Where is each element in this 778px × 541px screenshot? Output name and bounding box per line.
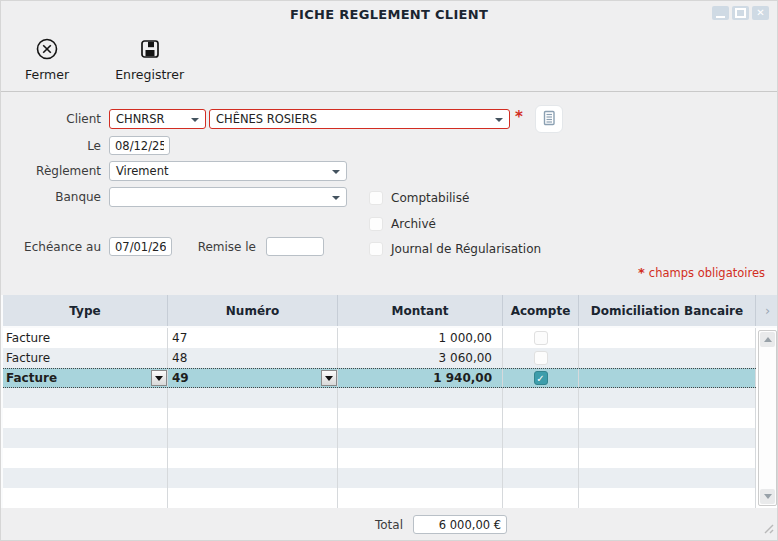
cell-numero: 47 (168, 328, 338, 348)
cell-numero: 49 (168, 369, 338, 387)
required-asterisk: * (515, 108, 523, 126)
check-icon: ✓ (536, 373, 544, 384)
journal-regularisation-label: Journal de Régularisation (391, 242, 541, 257)
client-name-combobox[interactable]: CHÊNES ROSIERS (209, 109, 510, 129)
total-bar: Total (1, 513, 777, 539)
cell-domiciliation (579, 328, 756, 348)
close-icon: ✕ (756, 8, 764, 18)
enregistrer-button[interactable]: Enregistrer (105, 33, 194, 86)
chevron-down-icon (191, 118, 199, 122)
client-code-combobox[interactable]: CHNRSR (109, 109, 206, 129)
remise-label: Remise le (161, 237, 256, 257)
numero-dropdown-button[interactable] (321, 370, 337, 386)
total-input[interactable] (413, 515, 507, 534)
archive-checkbox[interactable] (369, 217, 383, 231)
cell-montant: 1 940,00 (338, 369, 503, 387)
cell-type: Facture (3, 328, 168, 348)
column-header-domiciliation: Domiciliation Bancaire (579, 295, 756, 326)
reglement-label: Règlement (1, 161, 101, 181)
cell-domiciliation (579, 369, 756, 387)
column-header-numero: Numéro (168, 295, 338, 326)
required-fields-note: *champs obligatoires (638, 265, 765, 280)
window-title: FICHE REGLEMENT CLIENT (1, 1, 777, 28)
close-button[interactable]: ✕ (752, 6, 769, 20)
cell-type: Facture (3, 348, 168, 368)
comptabilise-label: Comptabilisé (391, 191, 469, 206)
maximize-icon (735, 8, 746, 18)
maximize-button[interactable] (732, 6, 749, 20)
cell-acompte (503, 328, 579, 348)
fermer-button[interactable]: Fermer (15, 33, 79, 86)
invoices-table: Type Numéro Montant Acompte Domiciliatio… (1, 295, 778, 508)
client-name-value: CHÊNES ROSIERS (216, 112, 317, 126)
chevron-right-icon[interactable]: › (756, 295, 778, 326)
fiche-reglement-client-window: FICHE REGLEMENT CLIENT ✕ Fermer (0, 0, 778, 541)
chevron-down-icon (155, 376, 163, 381)
column-header-acompte: Acompte (503, 295, 579, 326)
acompte-checkbox[interactable] (534, 331, 548, 345)
window-controls: ✕ (712, 6, 769, 20)
banque-combobox[interactable] (109, 187, 347, 207)
minimize-button[interactable] (712, 6, 729, 20)
cell-montant: 1 000,00 (338, 328, 503, 348)
banque-label: Banque (1, 187, 101, 207)
total-label: Total (331, 513, 403, 537)
cell-domiciliation (579, 348, 756, 368)
cell-type: Facture (3, 369, 168, 387)
date-label: Le (1, 136, 101, 156)
reglement-combobox[interactable]: Virement (109, 161, 347, 181)
empty-table-row[interactable] (3, 408, 756, 428)
table-row[interactable]: Facture 48 3 060,00 (3, 348, 756, 368)
journal-regularisation-checkbox[interactable] (369, 242, 383, 256)
date-input[interactable] (109, 136, 170, 155)
client-code-value: CHNRSR (116, 112, 165, 126)
client-label: Client (1, 109, 101, 129)
empty-table-row[interactable] (3, 428, 756, 448)
empty-table-row[interactable] (3, 468, 756, 488)
type-dropdown-button[interactable] (151, 370, 167, 386)
chevron-down-icon (332, 196, 340, 200)
echeance-label: Echéance au (1, 237, 101, 257)
document-list-icon (540, 109, 558, 130)
table-row-selected[interactable]: Facture 49 1 940,00 ✓ (3, 368, 756, 388)
cell-acompte: ✓ (503, 369, 579, 387)
table-body: Facture 47 1 000,00 Facture 48 3 060,00 (1, 328, 778, 508)
cell-acompte (503, 348, 579, 368)
empty-table-row[interactable] (3, 388, 756, 408)
reglement-value: Virement (116, 164, 168, 178)
empty-table-row[interactable] (3, 448, 756, 468)
scroll-up-button[interactable] (760, 332, 775, 347)
acompte-checkbox-checked[interactable]: ✓ (534, 371, 548, 385)
cell-numero: 48 (168, 348, 338, 368)
payment-form: Client CHNRSR CHÊNES ROSIERS * Le Règl (1, 93, 777, 295)
toolbar: Fermer Enregistrer (1, 28, 777, 92)
empty-table-row[interactable] (3, 488, 756, 508)
scroll-down-button[interactable] (760, 489, 775, 504)
comptabilise-checkbox[interactable] (369, 191, 383, 205)
cell-montant: 3 060,00 (338, 348, 503, 368)
arrow-down-icon (764, 494, 772, 499)
titlebar: FICHE REGLEMENT CLIENT ✕ (1, 1, 777, 28)
remise-input[interactable] (266, 237, 324, 256)
enregistrer-button-label: Enregistrer (115, 67, 184, 82)
client-detail-button[interactable] (535, 105, 563, 133)
vertical-scrollbar[interactable] (758, 330, 777, 506)
minimize-icon (716, 16, 725, 18)
table-row[interactable]: Facture 47 1 000,00 (3, 328, 756, 348)
archive-label: Archivé (391, 217, 436, 232)
required-asterisk: * (638, 265, 645, 280)
table-header: Type Numéro Montant Acompte Domiciliatio… (1, 295, 778, 328)
resize-grip-icon[interactable] (762, 522, 774, 537)
fermer-button-label: Fermer (25, 67, 69, 82)
column-header-montant: Montant (338, 295, 503, 326)
arrow-up-icon (764, 337, 772, 342)
chevron-down-icon (495, 118, 503, 122)
save-floppy-icon (138, 37, 162, 61)
close-circle-icon (35, 37, 59, 61)
chevron-down-icon (325, 376, 333, 381)
acompte-checkbox[interactable] (534, 351, 548, 365)
chevron-down-icon (332, 170, 340, 174)
column-header-type: Type (3, 295, 168, 326)
